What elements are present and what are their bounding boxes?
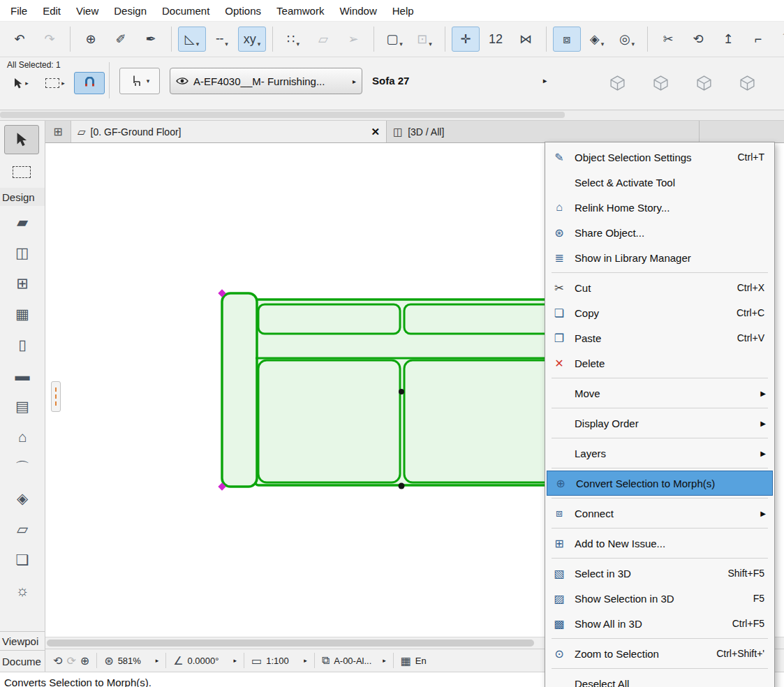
- fillet-button[interactable]: ⌒: [774, 27, 784, 52]
- split-button[interactable]: ✂: [654, 27, 682, 52]
- dropdown-arrow-icon[interactable]: ▾: [196, 40, 200, 51]
- flyout-arrow-icon[interactable]: ▸: [381, 657, 386, 664]
- shell-tool[interactable]: ⌒: [3, 452, 41, 482]
- default-tool-settings-button[interactable]: ▾: [119, 68, 160, 94]
- marquee-tool-options-button[interactable]: ▸: [40, 72, 71, 94]
- guide-lines-button[interactable]: ◺▾: [178, 27, 206, 52]
- lamp-tool[interactable]: ☼: [3, 575, 41, 605]
- intersect-button[interactable]: ⌐: [744, 27, 772, 52]
- element-name-field[interactable]: Sofa 27 ▸: [365, 68, 554, 93]
- menubar-item-help[interactable]: Help: [385, 0, 422, 21]
- context-menu-item-convert-selection-to-morph-s[interactable]: ⊕Convert Selection to Morph(s): [547, 471, 773, 496]
- window-tool[interactable]: ⊞: [3, 267, 41, 298]
- zoom-level-value[interactable]: 581%: [118, 656, 150, 666]
- scale-control[interactable]: ▭ 1:100 ▸: [248, 654, 311, 667]
- flyout-arrow-icon[interactable]: ▸: [232, 657, 237, 664]
- context-menu-item-object-selection-settings[interactable]: ✎Object Selection SettingsCtrl+T: [545, 145, 774, 170]
- tab-overview-button[interactable]: ⊞: [45, 121, 71, 142]
- panel-splitter-handle[interactable]: [51, 381, 61, 412]
- pen-set-control[interactable]: ▦ En: [397, 654, 451, 667]
- context-menu-item-add-to-new-issue[interactable]: ⊞Add to New Issue...: [545, 531, 774, 556]
- pick-up-parameters-button[interactable]: ✐: [107, 27, 135, 52]
- slab-tool[interactable]: ▤: [3, 390, 41, 421]
- zoom-level-control[interactable]: ⊛ 581% ▸: [101, 654, 162, 667]
- context-menu-item-select-activate-tool[interactable]: Select & Activate Tool: [545, 170, 774, 195]
- toolbox-section-design[interactable]: Design: [0, 188, 45, 206]
- context-menu-item-show-all-in-3d[interactable]: ▩Show All in 3DCtrl+F5: [545, 611, 774, 636]
- context-menu-item-display-order[interactable]: Display Order▶: [545, 411, 774, 436]
- scrollbar-thumb[interactable]: [0, 112, 565, 118]
- inject-parameters-button[interactable]: ✒: [137, 27, 165, 52]
- context-menu-item-select-in-3d[interactable]: ▧Select in 3DShift+F5: [545, 561, 774, 586]
- context-menu-item-deselect-all[interactable]: Deselect All: [545, 671, 774, 687]
- gravity-magnet-button[interactable]: [74, 72, 105, 94]
- arrow-tool-options-button[interactable]: ▸: [6, 72, 36, 94]
- morph-tool[interactable]: ◈: [3, 482, 41, 513]
- door-tool[interactable]: ◫: [3, 237, 41, 267]
- tab-ground-floor[interactable]: ▱ [0. GF-Ground Floor] ✕: [71, 121, 387, 142]
- graphic-overrides-button[interactable]: ◈▾: [583, 27, 611, 52]
- zoom-tool-button[interactable]: ⊕: [77, 27, 105, 52]
- undo-button[interactable]: ↶: [6, 27, 34, 52]
- roof-tool[interactable]: ⌂: [3, 421, 41, 452]
- dropdown-arrow-icon[interactable]: ▾: [147, 77, 150, 84]
- wall-tool[interactable]: ▰: [3, 206, 41, 237]
- flyout-arrow-icon[interactable]: ▸: [302, 657, 307, 664]
- beam-tool[interactable]: ▬: [3, 360, 41, 390]
- dropdown-arrow-icon[interactable]: ▾: [225, 40, 228, 51]
- marquee-options-button[interactable]: ▢▾: [380, 27, 408, 52]
- dropdown-arrow-icon[interactable]: ▾: [632, 40, 635, 51]
- orientation-control[interactable]: ∠ 0.0000° ▸: [170, 654, 240, 667]
- menubar-item-options[interactable]: Options: [217, 0, 269, 21]
- zoom-in-icon[interactable]: ⊕: [80, 654, 89, 667]
- dropdown-arrow-icon[interactable]: ▾: [296, 40, 299, 51]
- snap-grid-button[interactable]: ∷▾: [279, 27, 307, 52]
- pen-set-value[interactable]: En: [415, 656, 448, 666]
- menubar-item-teamwork[interactable]: Teamwork: [269, 0, 332, 21]
- scrollbar-thumb[interactable]: [47, 640, 534, 647]
- object-tool[interactable]: ❏: [3, 544, 41, 575]
- rotate-button[interactable]: ⟲: [684, 27, 712, 52]
- element-settings-dropdown[interactable]: A-EF4030__M- Furnishing... ▸: [170, 68, 362, 94]
- context-menu-item-cut[interactable]: ✂CutCtrl+X: [545, 275, 774, 300]
- column-tool[interactable]: ▯: [3, 329, 41, 360]
- dropdown-arrow-icon[interactable]: ▾: [601, 40, 605, 51]
- optimal-zoom-icon[interactable]: ⊛: [104, 654, 113, 667]
- context-menu-item-paste[interactable]: ❐PasteCtrl+V: [545, 325, 774, 350]
- arrow-tool[interactable]: [4, 125, 39, 154]
- zone-tool[interactable]: ▱: [3, 513, 41, 544]
- context-menu-item-move[interactable]: Move▶: [545, 381, 774, 406]
- toolbox-section-viewpoint[interactable]: Viewpoi: [0, 631, 45, 650]
- adjust-button[interactable]: ↥: [714, 27, 742, 52]
- edit-group-button[interactable]: ⧈: [553, 27, 581, 52]
- zoom-previous-icon[interactable]: ⟲: [53, 654, 62, 667]
- curtain-wall-tool[interactable]: ▦: [3, 298, 41, 329]
- dimension-button[interactable]: 12: [482, 27, 510, 52]
- context-menu-item-show-selection-in-3d[interactable]: ▨Show Selection in 3DF5: [545, 586, 774, 611]
- context-menu-item-connect[interactable]: ⧈Connect▶: [545, 501, 774, 526]
- context-menu-item-zoom-to-selection[interactable]: ⊙Zoom to SelectionCtrl+Shift+': [545, 641, 774, 666]
- context-menu-item-share-object[interactable]: ⊛Share Object...: [545, 220, 774, 245]
- move-elements-button[interactable]: ✛: [452, 27, 480, 52]
- context-menu-item-show-in-library-manager[interactable]: ≣Show in Library Manager: [545, 245, 774, 270]
- tab-close-icon[interactable]: ✕: [371, 126, 380, 138]
- stretch-button[interactable]: ⋈: [512, 27, 540, 52]
- marquee-tool[interactable]: [4, 157, 39, 186]
- tab-3d-all[interactable]: ◫ [3D / All]: [387, 121, 700, 142]
- context-menu-item-relink-home-story[interactable]: ⌂Relink Home Story...: [545, 195, 774, 220]
- dropdown-arrow-icon[interactable]: ▾: [258, 40, 261, 51]
- flyout-arrow-icon[interactable]: ▸: [154, 657, 159, 664]
- orientation-value[interactable]: 0.0000°: [188, 656, 228, 666]
- context-menu-item-copy[interactable]: ❏CopyCtrl+C: [545, 300, 774, 325]
- menubar-item-view[interactable]: View: [68, 0, 106, 21]
- context-menu-item-layers[interactable]: Layers▶: [545, 441, 774, 466]
- menubar-item-window[interactable]: Window: [332, 0, 384, 21]
- menubar-item-design[interactable]: Design: [106, 0, 154, 21]
- dropdown-arrow-icon[interactable]: ▾: [429, 40, 432, 51]
- menubar-item-document[interactable]: Document: [154, 0, 217, 21]
- snap-guides-button[interactable]: ╌▾: [208, 27, 236, 52]
- layer-combination-value[interactable]: A-00-Al...: [334, 656, 377, 666]
- renovation-filter-button[interactable]: ◎▾: [613, 27, 641, 52]
- menubar-item-edit[interactable]: Edit: [35, 0, 68, 21]
- scale-value[interactable]: 1:100: [266, 656, 298, 666]
